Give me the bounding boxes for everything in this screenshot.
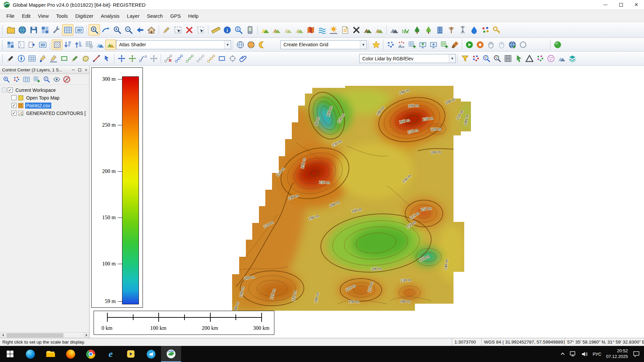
trace-tool-button[interactable] — [16, 53, 26, 64]
chevron-down-icon[interactable]: ▼ — [360, 41, 367, 49]
taskbar-internet-explorer-button[interactable]: e — [101, 346, 121, 362]
snap-parallel-button[interactable] — [195, 53, 206, 64]
lidar-paint-class-button[interactable] — [449, 40, 460, 50]
layer-row-points2-csv[interactable]: ✓Points2.csv — [0, 102, 89, 109]
chevron-down-icon[interactable]: ▼ — [224, 41, 231, 49]
layer-label[interactable]: Points2.csv — [25, 103, 51, 109]
vertex-delete-button[interactable] — [163, 53, 173, 64]
menu-search[interactable]: Search — [143, 10, 167, 22]
shader-options-button[interactable] — [259, 24, 271, 36]
fly-through-record-button[interactable] — [475, 40, 485, 50]
search-attributes-button[interactable]: i — [233, 24, 244, 36]
scale-bar[interactable]: 0 km100 km200 km300 km — [94, 311, 274, 335]
lidar-query-button[interactable] — [481, 53, 492, 64]
poi-antenna-button[interactable] — [457, 24, 468, 36]
grid-display-options-button[interactable] — [84, 40, 95, 50]
script-editor-button[interactable] — [339, 24, 351, 36]
lidar-create-tin-button[interactable] — [524, 53, 535, 64]
taskbar-firefox-button[interactable] — [60, 346, 80, 362]
zoom-tool-button[interactable] — [89, 24, 100, 36]
previous-view-button[interactable] — [134, 24, 146, 36]
cc-minimize-button[interactable] — [70, 67, 76, 73]
zoom-out-button[interactable] — [123, 24, 134, 36]
close-button[interactable]: × — [629, 0, 644, 10]
delete-selected-button[interactable] — [183, 24, 195, 36]
zoom-in-button[interactable] — [111, 24, 123, 36]
layer-label[interactable]: GENERATED CONTOURS [ — [25, 110, 87, 116]
render-globe-button[interactable] — [552, 40, 563, 50]
toolbar-grip[interactable] — [2, 54, 3, 63]
cc-search-layers-button[interactable] — [42, 75, 52, 84]
color-lidar-combo[interactable]: Color Lidar by RGB/Elev▼ — [359, 54, 456, 63]
globe-online-sources-button[interactable] — [246, 40, 256, 50]
undelete-features-button[interactable] — [195, 24, 206, 36]
lidar-extract-view-button[interactable] — [417, 40, 428, 50]
layer-checkbox[interactable]: ✓ — [11, 111, 16, 116]
feature-info-button[interactable]: i — [221, 24, 233, 36]
layer-label[interactable]: Open Topo Map — [25, 95, 60, 101]
lidar-auto-classify-button[interactable] — [439, 40, 449, 50]
cc-attribute-table-button[interactable] — [21, 75, 32, 84]
tray-expand-icon[interactable] — [561, 353, 565, 356]
gps-tracking-button[interactable] — [244, 24, 256, 36]
show-3d-view-button[interactable]: 3D — [73, 24, 85, 36]
poi-tree-button[interactable] — [411, 24, 423, 36]
taskbar-global-mapper-button[interactable] — [161, 346, 181, 362]
configuration-button[interactable] — [51, 24, 62, 36]
watershed-analysis-button[interactable] — [316, 24, 328, 36]
map-layout-button[interactable] — [16, 40, 26, 50]
terrain-analysis-button[interactable] — [282, 24, 293, 36]
language-indicator[interactable]: РУС — [593, 352, 601, 357]
draw-line-tool-button[interactable] — [48, 53, 59, 64]
menu-view[interactable]: View — [34, 10, 52, 22]
shift-vertices-button[interactable] — [148, 53, 159, 64]
clear-analysis-button[interactable] — [351, 24, 362, 36]
fly-through-play-button[interactable] — [464, 40, 475, 50]
toolbar-grip[interactable] — [2, 40, 3, 49]
taskbar-explorer-button[interactable] — [40, 346, 60, 362]
control-center-titlebar[interactable]: Control Center (3 Layers, 1 S... × — [0, 66, 89, 74]
snap-perpendicular-button[interactable] — [184, 53, 195, 64]
mouse-mode-fast-button[interactable] — [496, 40, 507, 50]
open-data-button[interactable] — [5, 24, 16, 36]
hatch-display-button[interactable] — [52, 40, 62, 50]
export-view-button[interactable] — [26, 40, 37, 50]
poi-grass-button[interactable] — [400, 24, 411, 36]
layer-checkbox[interactable]: ✓ — [8, 87, 13, 93]
snap-intersection-button[interactable] — [206, 53, 216, 64]
move-feature-button[interactable] — [116, 53, 127, 64]
lidar-class-points-button[interactable] — [535, 53, 545, 64]
create-feature-pen-button[interactable] — [5, 53, 16, 64]
lidar-filter-button[interactable] — [460, 53, 470, 64]
coordinate-crosshair-button[interactable] — [227, 53, 238, 64]
move-selected-button[interactable] — [127, 53, 138, 64]
circle-select-button[interactable] — [518, 40, 528, 50]
lidar-layer-stack-button[interactable] — [567, 53, 578, 64]
menu-analysis[interactable]: Analysis — [97, 10, 123, 22]
taskbar-chrome-button[interactable] — [80, 346, 101, 362]
chevron-down-icon[interactable]: ▼ — [449, 54, 455, 63]
poi-building-button[interactable] — [434, 24, 445, 36]
cc-hide-layer-button[interactable] — [62, 75, 72, 84]
lidar-globe-points-button[interactable] — [545, 53, 556, 64]
digitizer-tool-button[interactable] — [161, 24, 172, 36]
open-online-data-button[interactable] — [16, 24, 28, 36]
poi-mountain-button[interactable] — [388, 24, 400, 36]
poi-key-button[interactable] — [491, 24, 502, 36]
taskbar-player-button[interactable] — [121, 346, 141, 362]
scroll-thumb[interactable] — [6, 333, 63, 338]
full-extent-button[interactable] — [146, 24, 157, 36]
tile-windows-button[interactable] — [39, 24, 51, 36]
poi-utility-pole-button[interactable] — [445, 24, 457, 36]
cc-zoom-to-layer-button[interactable] — [1, 75, 11, 84]
cc-layer-checks-button[interactable] — [32, 75, 42, 84]
cc-show-layer-button[interactable] — [52, 75, 62, 84]
layer-label[interactable]: Current Workspace — [14, 87, 57, 93]
split-view-button[interactable] — [5, 40, 16, 50]
taskbar-start-button[interactable] — [0, 346, 20, 362]
layer-row-current-workspace[interactable]: −✓Current Workspace — [0, 86, 89, 94]
shader-atlas-button[interactable] — [105, 40, 116, 50]
draw-line-red-button[interactable] — [91, 53, 102, 64]
scroll-left-arrow[interactable] — [0, 333, 6, 338]
favorites-button[interactable] — [371, 40, 381, 50]
